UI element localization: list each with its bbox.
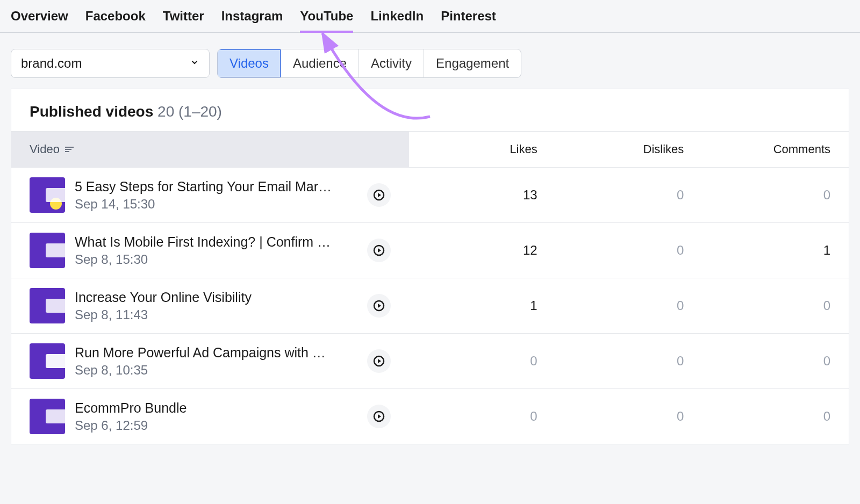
tab-twitter[interactable]: Twitter — [163, 9, 204, 32]
play-button[interactable] — [367, 239, 391, 262]
published-videos-card: Published videos 20 (1–20) Video Likes D… — [11, 89, 849, 444]
likes-cell: 0 — [409, 409, 556, 424]
section-count: 20 (1–20) — [157, 103, 222, 120]
video-cell[interactable]: 5 Easy Steps for Starting Your Email Mar… — [11, 177, 409, 213]
controls-row: brand.com Videos Audience Activity Engag… — [0, 33, 860, 89]
table-row: 5 Easy Steps for Starting Your Email Mar… — [11, 168, 849, 223]
tab-overview[interactable]: Overview — [11, 9, 68, 32]
domain-selector[interactable]: brand.com — [11, 49, 210, 78]
video-thumbnail — [30, 343, 65, 379]
tab-pinterest[interactable]: Pinterest — [441, 9, 496, 32]
video-title: What Is Mobile First Indexing? | Confirm… — [75, 234, 349, 250]
play-button[interactable] — [367, 294, 391, 318]
table-row: What Is Mobile First Indexing? | Confirm… — [11, 223, 849, 278]
svg-marker-7 — [378, 359, 381, 363]
video-title: EcommPro Bundle — [75, 400, 349, 416]
play-icon — [372, 299, 385, 312]
svg-marker-3 — [378, 248, 381, 253]
video-title: 5 Easy Steps for Starting Your Email Mar… — [75, 179, 349, 195]
likes-cell: 13 — [409, 188, 556, 203]
dislikes-cell: 0 — [556, 354, 703, 369]
table-row: Run More Powerful Ad Campaigns with … Se… — [11, 334, 849, 389]
likes-cell: 1 — [409, 298, 556, 313]
subtab-audience[interactable]: Audience — [281, 49, 359, 77]
play-button[interactable] — [367, 183, 391, 207]
video-title: Run More Powerful Ad Campaigns with … — [75, 345, 349, 361]
video-date: Sep 8, 15:30 — [75, 252, 357, 267]
video-title: Increase Your Online Visibility — [75, 290, 349, 305]
tab-instagram[interactable]: Instagram — [221, 9, 283, 32]
section-title: Published videos — [30, 103, 153, 120]
table-header: Video Likes Dislikes Comments — [11, 131, 849, 168]
card-header: Published videos 20 (1–20) — [11, 89, 849, 131]
video-thumbnail — [30, 399, 65, 434]
play-icon — [372, 244, 385, 257]
video-cell[interactable]: Increase Your Online Visibility Sep 8, 1… — [11, 288, 409, 323]
subtab-engagement[interactable]: Engagement — [424, 49, 521, 77]
youtube-subtabs: Videos Audience Activity Engagement — [217, 49, 521, 78]
table-row: EcommPro Bundle Sep 6, 12:59 0 0 0 — [11, 389, 849, 444]
video-date: Sep 14, 15:30 — [75, 197, 357, 212]
svg-marker-9 — [378, 414, 381, 419]
comments-cell: 0 — [702, 409, 849, 424]
play-icon — [372, 189, 385, 201]
dislikes-cell: 0 — [556, 298, 703, 313]
column-likes[interactable]: Likes — [409, 132, 556, 167]
play-button[interactable] — [367, 405, 391, 428]
comments-cell: 1 — [702, 243, 849, 258]
tab-facebook[interactable]: Facebook — [85, 9, 146, 32]
dislikes-cell: 0 — [556, 188, 703, 203]
tab-youtube[interactable]: YouTube — [300, 9, 353, 32]
column-video[interactable]: Video — [11, 132, 409, 167]
play-icon — [372, 355, 385, 368]
dislikes-cell: 0 — [556, 409, 703, 424]
tab-linkedin[interactable]: LinkedIn — [370, 9, 424, 32]
sort-icon — [65, 147, 74, 152]
dislikes-cell: 0 — [556, 243, 703, 258]
domain-selector-value: brand.com — [21, 56, 82, 71]
play-button[interactable] — [367, 349, 391, 373]
column-dislikes[interactable]: Dislikes — [556, 132, 703, 167]
comments-cell: 0 — [702, 188, 849, 203]
svg-marker-5 — [378, 304, 381, 308]
video-thumbnail — [30, 177, 65, 213]
chevron-down-icon — [190, 57, 199, 70]
channel-tabs: Overview Facebook Twitter Instagram YouT… — [0, 0, 860, 33]
comments-cell: 0 — [702, 354, 849, 369]
video-date: Sep 8, 10:35 — [75, 363, 357, 378]
likes-cell: 12 — [409, 243, 556, 258]
video-thumbnail — [30, 233, 65, 268]
video-date: Sep 8, 11:43 — [75, 307, 357, 322]
table-row: Increase Your Online Visibility Sep 8, 1… — [11, 278, 849, 334]
play-icon — [372, 410, 385, 423]
svg-marker-1 — [378, 193, 381, 197]
comments-cell: 0 — [702, 298, 849, 313]
column-comments[interactable]: Comments — [702, 132, 849, 167]
video-thumbnail — [30, 288, 65, 323]
video-cell[interactable]: What Is Mobile First Indexing? | Confirm… — [11, 233, 409, 268]
subtab-videos[interactable]: Videos — [218, 49, 281, 77]
video-cell[interactable]: EcommPro Bundle Sep 6, 12:59 — [11, 399, 409, 434]
likes-cell: 0 — [409, 354, 556, 369]
subtab-activity[interactable]: Activity — [359, 49, 424, 77]
video-date: Sep 6, 12:59 — [75, 418, 357, 433]
video-cell[interactable]: Run More Powerful Ad Campaigns with … Se… — [11, 343, 409, 379]
